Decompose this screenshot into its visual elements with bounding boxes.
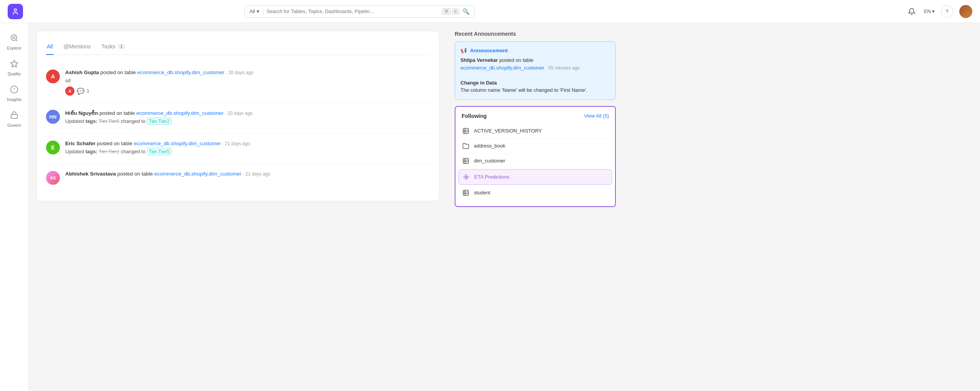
activity-time: · 21 days ago — [223, 141, 250, 146]
activity-header: Hiếu Nguyễn posted on table ecommerce_db… — [65, 110, 430, 116]
following-item-name: ETA Predictions — [474, 174, 510, 180]
activity-action: posted on table — [117, 171, 154, 177]
activity-content: sd — [65, 78, 430, 83]
following-item[interactable]: address_book — [462, 139, 609, 154]
help-button[interactable]: ? — [941, 5, 953, 18]
reaction-avatar: A — [65, 86, 74, 96]
search-filter-label: All — [249, 8, 255, 14]
announcement-card: 📢 Announcement Shilpa Vernekar posted on… — [455, 41, 616, 100]
svg-point-21 — [464, 175, 469, 179]
activity-user: Eric Schafer — [65, 141, 96, 146]
table-icon — [462, 127, 470, 135]
following-item-name: dim_customer — [474, 158, 505, 164]
activity-item: HN Hiếu Nguyễn posted on table ecommerce… — [46, 103, 430, 134]
explore-icon — [10, 34, 18, 44]
svg-rect-9 — [11, 114, 18, 118]
tab-mentions-label: @Mentions — [64, 43, 91, 50]
svg-rect-26 — [463, 190, 469, 196]
activity-item: E Eric Schafer posted on table ecommerce… — [46, 134, 430, 164]
tab-all[interactable]: All — [46, 40, 54, 55]
tag-arrow: changed to — [121, 149, 147, 154]
tag-old: Tier.Tier5 — [99, 118, 119, 124]
activity-user: Ashish Gupta — [65, 70, 99, 75]
tag-prefix: Updated tags: — [65, 118, 99, 124]
activity-action: posted on table — [97, 141, 134, 146]
activity-header: Abhishek Srivastava posted on table ecom… — [65, 171, 430, 177]
following-item-name: student — [474, 190, 490, 196]
svg-point-4 — [13, 36, 15, 39]
sidebar-item-govern[interactable]: Govern — [1, 108, 27, 131]
announcement-type-label: Announcement — [470, 48, 508, 53]
topnav-right-actions: EN ▾ ? — [906, 5, 972, 18]
sidebar: Explore Quality Insights Govern — [0, 23, 29, 391]
activity-table-link[interactable]: ecommerce_db.shopify.dim_customer — [136, 110, 223, 116]
search-icon[interactable]: 🔍 — [462, 8, 470, 15]
top-navigation: All ▾ ⌘ K 🔍 EN ▾ ? — [0, 0, 980, 23]
tag-new: Tier.Tier5 — [147, 148, 172, 155]
sidebar-govern-label: Govern — [7, 123, 21, 128]
tag-old: Tier.Tier1 — [99, 149, 119, 154]
language-selector[interactable]: EN ▾ — [924, 8, 935, 14]
tag-new: Tier.Tier2 — [147, 118, 172, 125]
notifications-button[interactable] — [906, 5, 918, 18]
activity-action: posted on table — [101, 70, 137, 75]
activity-user: Hiếu Nguyễn — [65, 110, 98, 116]
svg-point-1 — [15, 9, 16, 11]
tab-tasks[interactable]: Tasks 1 — [101, 40, 126, 55]
activity-body: Eric Schafer posted on table ecommerce_d… — [65, 141, 430, 157]
chevron-down-icon: ▾ — [257, 8, 259, 14]
comment-icon: 💬 — [77, 88, 84, 95]
language-label: EN — [924, 8, 931, 14]
reaction-count: 1 — [87, 88, 89, 94]
k-key: K — [452, 8, 459, 15]
following-item-highlighted[interactable]: ETA Predictions — [459, 169, 612, 185]
svg-line-3 — [16, 40, 17, 41]
sidebar-item-insights[interactable]: Insights — [1, 82, 27, 105]
tasks-badge: 1 — [117, 44, 125, 49]
quality-icon — [10, 60, 18, 70]
following-item-name: address_book — [474, 143, 505, 149]
following-item[interactable]: dim_customer — [462, 154, 609, 169]
app-logo[interactable] — [8, 4, 23, 19]
announcement-body: Shilpa Vernekar posted on table ecommerc… — [460, 56, 610, 94]
avatar: E — [46, 141, 60, 154]
sidebar-item-quality[interactable]: Quality — [1, 56, 27, 79]
announcement-table-link[interactable]: ecommerce_db.shopify.dim_customer — [460, 65, 544, 71]
avatar: AS — [46, 171, 60, 185]
lang-chevron-icon: ▾ — [932, 8, 935, 14]
reaction-row: A 💬 1 — [65, 86, 430, 96]
activity-time: · 20 days ago — [226, 70, 253, 75]
activity-header: Ashish Gupta posted on table ecommerce_d… — [65, 70, 430, 75]
activity-user: Abhishek Srivastava — [65, 171, 116, 177]
view-all-link[interactable]: View All (5) — [584, 113, 609, 119]
activity-time: · 20 days ago — [225, 111, 252, 116]
activity-table-link[interactable]: ecommerce_db.shopify.dim_customer — [137, 70, 224, 75]
following-item[interactable]: ACTIVE_VERSION_HISTORY — [462, 124, 609, 139]
activity-table-link[interactable]: ecommerce_db.shopify.dim_customer — [154, 171, 241, 177]
sidebar-quality-label: Quality — [8, 71, 21, 76]
tab-tasks-label: Tasks — [102, 43, 115, 50]
activity-body: Ashish Gupta posted on table ecommerce_d… — [65, 70, 430, 96]
feed-area: All @Mentions Tasks 1 A Ashish Gupta pos… — [29, 23, 447, 391]
insights-icon — [10, 85, 18, 96]
user-avatar[interactable] — [959, 5, 972, 18]
following-card: Following View All (5) ACTIVE_VERSION_HI… — [455, 106, 616, 207]
svg-point-2 — [11, 35, 17, 41]
activity-table-link[interactable]: ecommerce_db.shopify.dim_customer — [134, 141, 221, 146]
activity-tabs: All @Mentions Tasks 1 — [46, 40, 430, 55]
following-item[interactable]: student — [462, 186, 609, 200]
search-bar[interactable]: All ▾ ⌘ K 🔍 — [244, 5, 475, 18]
announcement-user: Shilpa Vernekar — [460, 57, 498, 63]
activity-content: Updated tags: Tier.Tier1 changed to Tier… — [65, 149, 430, 154]
right-panel: Recent Announcements 📢 Announcement Shil… — [447, 23, 624, 391]
svg-rect-12 — [463, 128, 469, 134]
search-filter-dropdown[interactable]: All ▾ — [249, 8, 263, 14]
table-icon — [462, 157, 470, 165]
tab-mentions[interactable]: @Mentions — [63, 40, 92, 55]
tag-arrow: changed to — [121, 118, 147, 124]
following-item-name: ACTIVE_VERSION_HISTORY — [474, 128, 542, 134]
search-input[interactable] — [267, 8, 439, 14]
svg-text:HN: HN — [49, 114, 57, 120]
announcement-change-body: The column name 'Name' will be changed t… — [460, 87, 587, 93]
sidebar-item-explore[interactable]: Explore — [1, 31, 27, 53]
